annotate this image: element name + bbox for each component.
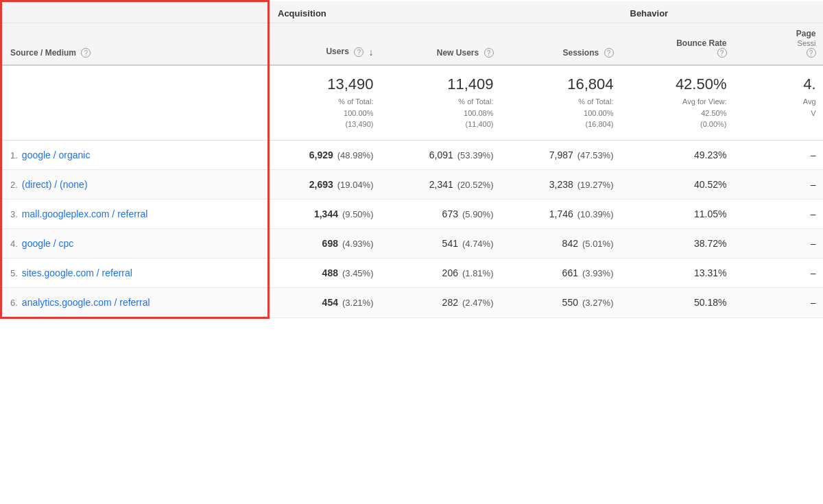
row-number: 1. [10,150,18,160]
totals-bounce-rate-cell: 42.50% Avg for View: 42.50% (0.00%) [622,65,735,140]
totals-users-abs: (13,490) [346,120,374,128]
page-session-value: – [811,149,816,160]
source-section-header [1,1,269,23]
sessions-cell: 3,238(19.27%) [502,169,622,199]
totals-sessions-pct-label: % of Total: [578,97,613,106]
source-link[interactable]: mall.googleplex.com / referral [22,208,148,219]
totals-new-users-value: 11,409 [390,75,494,93]
sessions-label: Sessions [562,48,599,58]
sessions-value: 1,746 [549,208,573,219]
source-cell: 4.google / cpc [1,228,269,258]
sessions-cell: 661(3.93%) [502,258,622,287]
bounce-rate-value: 38.72% [694,238,726,249]
totals-bounce-rate-value: 42.50% [630,75,727,93]
new-users-label: New Users [437,48,479,58]
bounce-rate-value: 11.05% [694,208,726,219]
users-cell: 2,693(19.04%) [269,169,382,199]
behavior-section-header: Behavior [622,1,824,23]
source-cell: 3.mall.googleplex.com / referral [1,199,269,228]
column-header-row: Source / Medium ? Users ? ↓ New Users ? … [1,23,824,65]
new-users-cell: 673(5.90%) [382,199,502,228]
bounce-rate-label: Bounce Rate [676,38,726,48]
sessions-pct: (19.27%) [577,180,614,190]
source-cell: 2.(direct) / (none) [1,169,269,199]
sessions-value: 661 [562,267,578,278]
totals-users-cell: 13,490 % of Total: 100.00% (13,490) [269,65,382,140]
totals-bounce-rate-sub1: Avg for View: [682,97,726,106]
bounce-rate-value: 50.18% [694,297,726,308]
totals-sessions-sub: % of Total: 100.00% (16,804) [510,96,614,130]
users-header: Users ? ↓ [269,23,382,65]
table-row: 5.sites.google.com / referral488(3.45%)2… [1,258,824,287]
totals-sessions-value: 16,804 [510,75,614,93]
sessions-help-icon[interactable]: ? [604,48,614,58]
table-row: 6.analytics.google.com / referral454(3.2… [1,287,824,317]
totals-source-cell [1,65,269,140]
page-session-cell: – [735,228,824,258]
totals-sessions-abs: (16,804) [586,120,614,128]
users-cell: 1,344(9.50%) [269,199,382,228]
source-link[interactable]: analytics.google.com / referral [22,297,150,308]
users-pct: (9.50%) [342,209,374,219]
section-header-row: Acquisition Behavior [1,1,824,23]
sessions-header: Sessions ? [502,23,622,65]
totals-users-sub: % of Total: 100.00% (13,490) [278,96,374,130]
page-session-value: – [811,179,816,190]
bounce-rate-cell: 13.31% [622,258,735,287]
sessions-cell: 1,746(10.39%) [502,199,622,228]
page-session-help-icon[interactable]: ? [807,48,816,58]
sessions-value: 7,987 [549,149,573,160]
page-session-cell: – [735,287,824,317]
bounce-rate-cell: 40.52% [622,169,735,199]
users-sort-arrow[interactable]: ↓ [369,47,374,58]
new-users-value: 282 [442,297,458,308]
users-help-icon[interactable]: ? [354,47,363,57]
totals-page-session-sub: AvgV [743,96,816,119]
table-row: 2.(direct) / (none)2,693(19.04%)2,341(20… [1,169,824,199]
bounce-rate-value: 49.23% [694,149,726,160]
new-users-header: New Users ? [382,23,502,65]
new-users-cell: 282(2.47%) [382,287,502,317]
bounce-rate-cell: 49.23% [622,140,735,169]
users-value: 454 [322,297,338,308]
row-number: 3. [10,209,18,219]
source-link[interactable]: google / cpc [22,238,74,249]
sessions-pct: (47.53%) [577,150,614,160]
source-medium-help-icon[interactable]: ? [81,48,91,58]
table-row: 1.google / organic6,929(48.98%)6,091(53.… [1,140,824,169]
bounce-rate-help-icon[interactable]: ? [717,48,727,58]
totals-row: 13,490 % of Total: 100.00% (13,490) 11,4… [1,65,824,140]
users-pct: (3.21%) [342,298,374,308]
new-users-value: 673 [442,208,458,219]
source-link[interactable]: sites.google.com / referral [22,267,132,278]
new-users-value: 541 [442,238,458,249]
users-value: 6,929 [309,149,333,160]
bounce-rate-cell: 38.72% [622,228,735,258]
page-session-sub-label: Sessi [798,39,816,47]
sessions-cell: 7,987(47.53%) [502,140,622,169]
sessions-pct: (10.39%) [577,209,614,219]
row-number: 4. [10,239,18,249]
totals-users-pct-label: % of Total: [338,97,373,106]
totals-sessions-pct: 100.00% [584,109,613,117]
table-row: 4.google / cpc698(4.93%)541(4.74%)842(5.… [1,228,824,258]
page-session-value: – [811,208,816,219]
new-users-help-icon[interactable]: ? [484,48,494,58]
page-session-label: Page [796,29,816,38]
new-users-cell: 2,341(20.52%) [382,169,502,199]
users-value: 2,693 [309,179,333,190]
row-number: 2. [10,180,18,190]
users-pct: (4.93%) [342,239,374,249]
new-users-cell: 206(1.81%) [382,258,502,287]
source-medium-label: Source / Medium [10,48,76,58]
users-pct: (48.98%) [337,150,374,160]
sessions-value: 550 [562,297,578,308]
totals-new-users-sub: % of Total: 100.08% (11,400) [390,96,494,130]
source-cell: 6.analytics.google.com / referral [1,287,269,317]
new-users-pct: (1.81%) [462,268,494,278]
source-link[interactable]: google / organic [22,149,91,160]
source-link[interactable]: (direct) / (none) [22,179,88,190]
bounce-rate-cell: 50.18% [622,287,735,317]
source-cell: 5.sites.google.com / referral [1,258,269,287]
row-number: 5. [10,268,18,278]
